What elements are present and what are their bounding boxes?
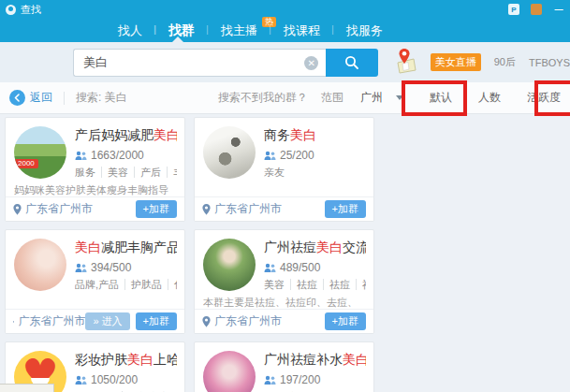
tab-find-streamers[interactable]: 找主播热: [208, 22, 270, 39]
members-icon: [264, 375, 276, 385]
title-bar: 查找 P —: [0, 0, 570, 19]
search-summary: 搜索: 美白: [76, 90, 127, 106]
sort-activity[interactable]: 活跃度: [527, 90, 561, 106]
member-count: 489/500: [264, 261, 366, 274]
search-button[interactable]: [326, 49, 377, 77]
tab-find-people[interactable]: 找人: [105, 22, 155, 39]
members-icon: [264, 151, 276, 161]
group-grid: 2000 产后妈妈减肥美白丰胸 1663/2000 服务美容产后丰胸面膜… 妈妈…: [0, 114, 570, 392]
group-card[interactable]: 广州祛痘美白交流 489/500 美容祛痘祛痘祛痘祛痘… 本群主要是祛痘、祛痘印…: [194, 229, 374, 334]
nav-bar: 找人 找群 找主播热 找课程 找服务: [0, 19, 570, 42]
group-location: 广东省广州市: [13, 201, 93, 217]
toolbar-divider: [64, 92, 65, 105]
location-pin-icon: [202, 316, 211, 327]
location-pin-icon: [13, 204, 22, 215]
tab-find-services[interactable]: 找服务: [333, 22, 396, 39]
region-dropdown[interactable]: 广州: [360, 90, 403, 106]
group-avatar: [14, 239, 66, 291]
window-title: 查找: [21, 3, 41, 17]
region-value: 广州: [360, 90, 383, 106]
group-avatar: [203, 239, 256, 291]
group-title[interactable]: 美白减肥丰胸产品交流: [75, 239, 177, 256]
group-not-found-link[interactable]: 搜索不到我的群？: [218, 90, 308, 106]
chevron-down-icon: [396, 95, 403, 104]
group-card[interactable]: 美白减肥丰胸产品交流 394/500 品牌,产品护肤品化妆品香水… 广东省广州市…: [5, 229, 185, 334]
card-footer: 广东省广州市 » 进入 +加群: [6, 309, 184, 333]
search-area: ✕ 美女直播 90后 TFBOYS: [0, 42, 570, 82]
group-tags: 服务美容产后丰胸面膜…: [75, 166, 177, 180]
group-title[interactable]: 产后妈妈减肥美白丰胸: [75, 126, 177, 144]
member-count: 394/500: [75, 261, 177, 274]
status-tooltip: [0, 384, 54, 392]
join-group-button[interactable]: +加群: [325, 200, 366, 218]
member-count: 1050/200: [75, 373, 177, 386]
join-group-button[interactable]: +加群: [325, 312, 366, 330]
search-input[interactable]: [74, 50, 326, 76]
group-title[interactable]: 广州祛痘补水美白群: [264, 351, 366, 369]
group-card[interactable]: 广州祛痘补水美白群 197/200 品牌,产品 广东省广州市 » 进入 +加群: [194, 341, 374, 392]
search-icon: [344, 55, 359, 70]
location-pin-icon: [202, 204, 211, 215]
clear-icon[interactable]: ✕: [304, 56, 318, 70]
card-footer: 广东省广州市 +加群: [195, 196, 373, 221]
group-avatar: 2000: [14, 126, 66, 179]
group-location: 广东省广州市: [202, 201, 282, 217]
group-location: 广东省广州市: [13, 313, 85, 329]
members-icon: [75, 263, 87, 273]
sort-default[interactable]: 默认: [430, 90, 452, 106]
group-tags: 品牌,产品护肤品化妆品香水…: [75, 278, 177, 292]
group-tags: 亲友: [264, 166, 366, 180]
group-title[interactable]: 广州祛痘美白交流: [264, 239, 366, 256]
promo-icon[interactable]: P: [508, 4, 519, 15]
group-card[interactable]: 商务美白 25/200 亲友 广东省广州市 +加群: [194, 117, 374, 222]
search-box: ✕: [73, 49, 326, 77]
member-count: 197/200: [264, 373, 366, 386]
group-avatar: [203, 351, 256, 392]
hot-word-90s[interactable]: 90后: [494, 55, 516, 69]
join-group-button[interactable]: +加群: [136, 200, 177, 218]
members-icon: [264, 263, 276, 273]
enter-group-button[interactable]: » 进入: [85, 312, 129, 330]
hot-word-tfboys[interactable]: TFBOYS: [529, 57, 570, 68]
group-location: 广东省广州市: [202, 313, 282, 329]
card-footer: 广东省广州市 +加群: [6, 196, 184, 221]
members-icon: [75, 375, 87, 385]
group-title[interactable]: 商务美白: [264, 126, 366, 144]
member-count: 25/200: [264, 149, 366, 162]
skin-icon[interactable]: [531, 4, 542, 15]
tab-find-courses[interactable]: 找课程: [270, 22, 333, 39]
back-arrow-icon: [9, 90, 25, 106]
member-count: 1663/2000: [75, 149, 177, 162]
group-tags: 美容祛痘祛痘祛痘祛痘…: [264, 278, 366, 292]
map-pin-icon[interactable]: [393, 48, 417, 78]
live-hot-badge[interactable]: 美女直播: [431, 53, 481, 71]
members-icon: [75, 151, 87, 161]
join-group-button[interactable]: +加群: [136, 312, 177, 330]
group-avatar: [203, 126, 256, 179]
back-button[interactable]: 返回: [9, 90, 52, 106]
group-title[interactable]: 彩妆护肤美白上哈娄: [75, 351, 177, 369]
minimize-button[interactable]: —: [553, 4, 564, 15]
scope-label: 范围: [321, 90, 343, 106]
location-pin-icon: [13, 316, 14, 327]
avatar-badge: 2000: [14, 159, 38, 168]
result-toolbar: 返回 搜索: 美白 搜索不到我的群？ 范围 广州 默认 人数 活跃度: [0, 82, 570, 114]
group-card[interactable]: 2000 产后妈妈减肥美白丰胸 1663/2000 服务美容产后丰胸面膜… 妈妈…: [5, 117, 185, 222]
active-tab-caret: [172, 36, 183, 42]
sort-members[interactable]: 人数: [478, 90, 501, 106]
card-footer: 广东省广州市 +加群: [195, 309, 373, 333]
find-window: 查找 P — 找人 找群 找主播热 找课程 找服务 ✕ 美女直播 90后 TFB…: [0, 0, 570, 392]
app-icon: [6, 5, 16, 15]
